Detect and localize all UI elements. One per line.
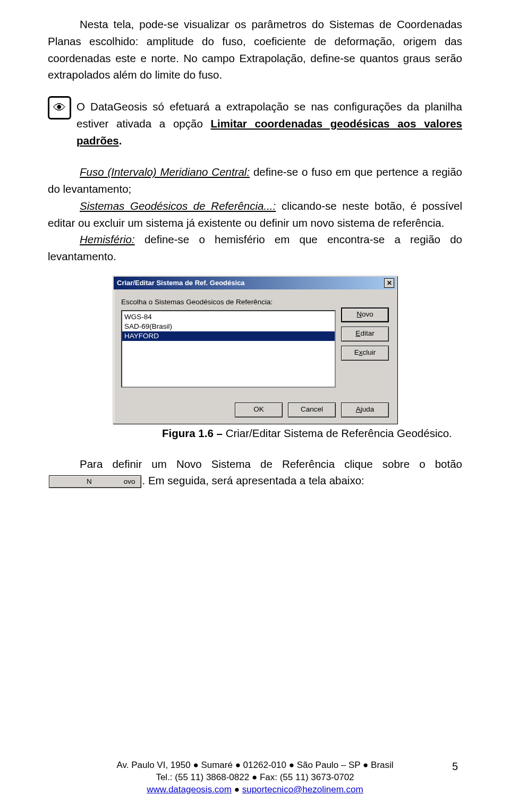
fuso-label: Fuso (Intervalo) Meridiano Central: [80, 166, 250, 178]
footer-line2: Tel.: (55 11) 3868-0822 ● Fax: (55 11) 3… [0, 772, 510, 784]
novo-inline-button[interactable]: Novo [49, 475, 141, 488]
note-tail: . [119, 134, 122, 147]
caption-rest: Criar/Editar Sistema de Referência Geodé… [226, 427, 452, 439]
note-paragraph: 👁 O DataGeosis só efetuará a extrapolaçã… [48, 98, 462, 149]
paragraph-novo: Para definir um Novo Sistema de Referênc… [48, 456, 462, 490]
page-footer: Av. Paulo VI, 1950 ● Sumaré ● 01262-010 … [0, 759, 510, 796]
list-item[interactable]: WGS-84 [122, 312, 335, 322]
footer-sep: ● [232, 784, 242, 794]
eye-icon: 👁 [48, 96, 71, 119]
dialog-titlebar: Criar/Editar Sistema de Ref. Geodésica ✕ [114, 277, 396, 289]
dialog-title: Criar/Editar Sistema de Ref. Geodésica [117, 278, 245, 288]
fuso-paragraph: Fuso (Intervalo) Meridiano Central: defi… [48, 164, 462, 198]
paragraph-intro: Nesta tela, pode-se visualizar os parâme… [48, 16, 462, 83]
hemisferio-paragraph: Hemisfério: define-se o hemisfério em qu… [48, 231, 462, 265]
footer-link-email[interactable]: suportecnico@hezolinem.com [242, 784, 363, 794]
caption-bold: Figura 1.6 – [162, 427, 226, 439]
list-item[interactable]: SAD-69(Brasil) [122, 322, 335, 331]
sistemas-paragraph: Sistemas Geodésicos de Referência...: cl… [48, 198, 462, 232]
sistemas-label: Sistemas Geodésicos de Referência...: [80, 200, 276, 212]
dialog-prompt: Escolha o Sistemas Geodésicos de Referên… [121, 297, 336, 308]
editar-button[interactable]: Editar [341, 327, 389, 341]
ajuda-button[interactable]: Ajuda [341, 403, 389, 417]
dialog-geodesic-system: Criar/Editar Sistema de Ref. Geodésica ✕… [113, 276, 397, 424]
novo-text-post: . Em seguida, será apresentada a tela ab… [142, 474, 364, 486]
ok-button[interactable]: OK [235, 403, 283, 417]
figure-caption: Figura 1.6 – Criar/Editar Sistema de Ref… [162, 425, 462, 442]
hemi-label: Hemisfério: [80, 233, 135, 245]
novo-text-pre: Para definir um Novo Sistema de Referênc… [80, 458, 462, 470]
close-icon[interactable]: ✕ [384, 278, 394, 288]
excluir-button[interactable]: Excluir [341, 346, 389, 361]
footer-link-site[interactable]: www.datageosis.com [147, 784, 232, 794]
list-item[interactable]: HAYFORD [122, 331, 335, 341]
footer-line1: Av. Paulo VI, 1950 ● Sumaré ● 01262-010 … [0, 759, 510, 772]
cancel-button[interactable]: Cancel [288, 403, 336, 417]
system-listbox[interactable]: WGS-84 SAD-69(Brasil) HAYFORD [121, 310, 336, 388]
novo-button[interactable]: Novo [341, 307, 389, 322]
